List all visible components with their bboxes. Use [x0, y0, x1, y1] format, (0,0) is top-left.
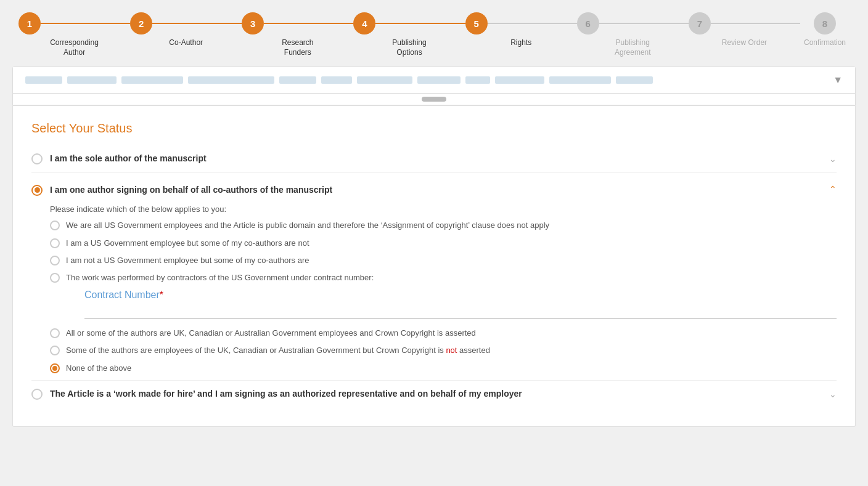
blur-5 — [279, 76, 316, 84]
step-circle-3: 3 — [242, 12, 264, 34]
step-4[interactable]: 4 PublishingOptions — [353, 12, 465, 57]
sole-author-chevron-icon[interactable]: ⌄ — [829, 154, 837, 164]
sub-label-uk-no-crown: Some of the authors are employees of the… — [66, 345, 837, 356]
work-made-hire-label: The Article is a ‘work made for hire’ an… — [50, 388, 829, 400]
blur-11 — [549, 76, 611, 84]
blur-2 — [67, 76, 117, 84]
work-made-hire-chevron-icon[interactable]: ⌄ — [829, 389, 837, 399]
step-label-2: Co-Author — [169, 38, 203, 48]
not-text: not — [446, 346, 457, 355]
scroll-indicator — [13, 94, 855, 105]
contract-number-label: Contract Number* — [84, 290, 837, 301]
step-6[interactable]: 6 PublishingAgreement — [577, 12, 689, 57]
blur-7 — [357, 76, 412, 84]
scroll-thumb — [422, 97, 446, 102]
step-2[interactable]: 2 Co-Author — [130, 12, 242, 48]
sub-options-section: Please indicate which of the below appli… — [50, 205, 837, 373]
sub-option-us-gov-me[interactable]: I am a US Government employee but some o… — [50, 238, 837, 249]
main-content: Select Your Status I am the sole author … — [12, 106, 856, 427]
sub-section-label: Please indicate which of the below appli… — [50, 205, 837, 214]
step-circle-1: 1 — [18, 12, 41, 34]
blur-8 — [417, 76, 461, 84]
co-author-signing-option[interactable]: I am one author signing on behalf of all… — [31, 179, 837, 199]
step-1[interactable]: 1 CorrespondingAuthor — [18, 12, 130, 57]
sole-author-label: I am the sole author of the manuscript — [50, 153, 829, 165]
step-label-6: PublishingAgreement — [615, 38, 651, 57]
step-circle-2: 2 — [130, 12, 152, 34]
co-author-signing-chevron-icon[interactable]: ⌃ — [829, 184, 837, 194]
step-circle-6: 6 — [577, 12, 599, 34]
sub-radio-us-gov-me[interactable] — [50, 238, 60, 248]
sub-label-us-gov-others: I am not a US Government employee but so… — [66, 255, 837, 266]
sub-radio-us-gov-others[interactable] — [50, 256, 60, 265]
step-8[interactable]: 8 Confirmation — [800, 12, 850, 48]
work-made-hire-radio[interactable] — [31, 389, 43, 400]
sub-radio-uk-no-crown[interactable] — [50, 346, 60, 355]
sub-radio-contractors[interactable] — [50, 273, 60, 283]
sub-label-us-gov-me: I am a US Government employee but some o… — [66, 238, 837, 249]
blur-6 — [321, 76, 352, 84]
sub-option-uk-no-crown[interactable]: Some of the authors are employees of the… — [50, 345, 837, 356]
sub-option-none-above[interactable]: None of the above — [50, 363, 837, 374]
step-circle-7: 7 — [689, 12, 711, 34]
sub-radio-uk-crown[interactable] — [50, 328, 60, 338]
step-line-7 — [711, 23, 800, 24]
step-line-4 — [375, 23, 465, 24]
contract-required-star: * — [160, 290, 163, 300]
blur-1 — [25, 76, 62, 84]
contract-number-input[interactable] — [84, 303, 837, 318]
stepper-container: 1 CorrespondingAuthor 2 Co-Author 3 Rese… — [0, 0, 868, 67]
contract-label-text: Contract Number — [84, 290, 160, 300]
sole-author-radio[interactable] — [31, 153, 43, 164]
step-label-1: CorrespondingAuthor — [50, 38, 99, 57]
sub-label-us-gov-all: We are all US Government employees and t… — [66, 220, 837, 231]
banner-blurred-content — [25, 76, 824, 84]
blur-9 — [465, 76, 490, 84]
step-circle-5: 5 — [465, 12, 488, 34]
sub-option-us-gov-others[interactable]: I am not a US Government employee but so… — [50, 255, 837, 266]
step-line-2 — [152, 23, 242, 24]
step-line-5 — [488, 23, 577, 24]
sub-label-contractors: The work was performed by contractors of… — [66, 272, 837, 283]
sub-label-none-above: None of the above — [66, 363, 837, 374]
sub-radio-us-gov-all[interactable] — [50, 221, 60, 230]
select-status-title: Select Your Status — [31, 121, 837, 136]
banner-row: ▼ — [12, 67, 856, 106]
stepper: 1 CorrespondingAuthor 2 Co-Author 3 Rese… — [18, 12, 850, 57]
step-line-3 — [264, 23, 353, 24]
step-7[interactable]: 7 Review Order — [689, 12, 800, 48]
banner-expand-icon[interactable]: ▼ — [833, 75, 843, 86]
step-label-3: ResearchFunders — [282, 38, 313, 57]
step-label-7: Review Order — [722, 38, 767, 48]
step-line-1 — [41, 23, 130, 24]
blur-4 — [188, 76, 274, 84]
step-line-6 — [599, 23, 689, 24]
step-3[interactable]: 3 ResearchFunders — [242, 12, 353, 57]
sole-author-option[interactable]: I am the sole author of the manuscript ⌄ — [31, 148, 837, 173]
step-5[interactable]: 5 Rights — [465, 12, 577, 48]
step-label-8: Confirmation — [804, 38, 846, 48]
co-author-signing-label: I am one author signing on behalf of all… — [50, 184, 837, 196]
work-made-hire-option[interactable]: The Article is a ‘work made for hire’ an… — [31, 380, 837, 405]
blur-12 — [616, 76, 653, 84]
step-circle-4: 4 — [353, 12, 375, 34]
sub-label-uk-crown: All or some of the authors are UK, Canad… — [66, 328, 837, 339]
sub-radio-none-above[interactable] — [50, 363, 60, 373]
blur-10 — [495, 76, 544, 84]
co-author-signing-radio[interactable] — [31, 185, 43, 196]
step-label-5: Rights — [510, 38, 531, 48]
sub-option-contractors[interactable]: The work was performed by contractors of… — [50, 272, 837, 283]
blur-3 — [121, 76, 183, 84]
step-circle-8: 8 — [814, 12, 836, 34]
sub-option-uk-crown[interactable]: All or some of the authors are UK, Canad… — [50, 328, 837, 339]
step-label-4: PublishingOptions — [392, 38, 426, 57]
contract-number-section: Contract Number* — [84, 290, 837, 318]
sub-option-us-gov-all[interactable]: We are all US Government employees and t… — [50, 220, 837, 231]
